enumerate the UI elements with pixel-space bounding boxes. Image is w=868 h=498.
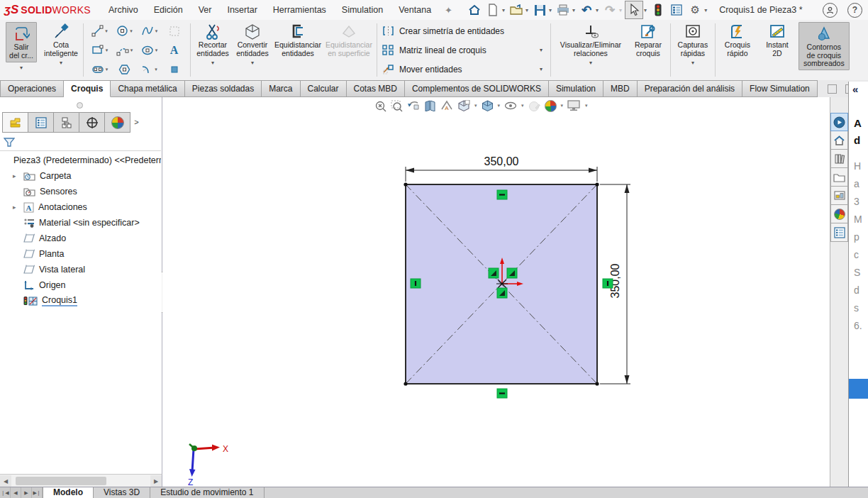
tab-operaciones[interactable]: Operaciones	[0, 80, 64, 97]
tab-estudio-movimiento[interactable]: Estudio de movimiento 1	[150, 487, 264, 498]
tab-cotas-mbd[interactable]: Cotas MBD	[347, 80, 405, 97]
ellipse-tool[interactable]: ▾	[141, 45, 158, 56]
tab-mbd[interactable]: MBD	[603, 80, 638, 97]
tab-chapa-metalica[interactable]: Chapa metálica	[111, 80, 184, 97]
tree-item-croquis1[interactable]: Croquis1	[0, 293, 161, 309]
taskpane-file-explorer-tab[interactable]	[830, 168, 848, 187]
display-delete-relations-button[interactable]: Visualizar/Eliminar relaciones ▾	[553, 20, 628, 80]
fillet-caret-icon[interactable]: ▾	[155, 67, 157, 72]
tree-item-sensores[interactable]: Sensores	[0, 184, 161, 199]
tab-complementos[interactable]: Complementos de SOLIDWORKS	[405, 80, 549, 97]
options-list-button[interactable]	[668, 1, 685, 18]
linear-pattern-caret-icon[interactable]: ▾	[540, 47, 545, 53]
propertymanager-tab[interactable]	[28, 112, 54, 133]
constraint-horizontal-bottom[interactable]	[497, 389, 507, 398]
tab-preparacion-analisis[interactable]: Preparación del análisis	[638, 80, 742, 97]
tab-croquis[interactable]: Croquis	[64, 80, 111, 97]
pin-menu-icon[interactable]: ✦	[445, 5, 452, 16]
tab-vistas-3d[interactable]: Vistas 3D	[94, 487, 150, 498]
exit-sketch-caret-icon[interactable]: ▾	[20, 65, 23, 71]
rectangle-tool[interactable]: ▾	[91, 45, 108, 55]
move-entities-button[interactable]: Mover entidades ▾	[382, 61, 545, 77]
menu-simulation[interactable]: Simulation	[334, 0, 391, 20]
menu-edicion[interactable]: Edición	[146, 0, 191, 20]
new-document-button[interactable]	[484, 1, 501, 18]
vertex[interactable]	[404, 382, 407, 385]
menu-ver[interactable]: Ver	[191, 0, 220, 20]
ellipse-caret-icon[interactable]: ▾	[155, 48, 158, 53]
open-caret-icon[interactable]: ▾	[525, 7, 528, 13]
vertex[interactable]	[595, 182, 599, 186]
convert-caret-icon[interactable]: ▾	[251, 60, 254, 66]
exit-sketch-button[interactable]: Salir del cr... ▾	[1, 20, 41, 80]
displaymanager-tab[interactable]	[105, 112, 130, 133]
line-caret-icon[interactable]: ▾	[105, 28, 108, 34]
last-tab-icon[interactable]: ▶❘	[32, 487, 43, 498]
featuremanager-tab[interactable]	[2, 112, 28, 133]
print-button[interactable]	[555, 1, 572, 18]
tree-item-anotaciones[interactable]: ▸ A Anotaciones	[0, 199, 161, 215]
circle-caret-icon[interactable]: ▾	[130, 28, 133, 34]
expand-icon[interactable]: ▸	[13, 204, 16, 211]
constraint-vertical-right[interactable]	[603, 279, 613, 288]
prev-tab-icon[interactable]: ◀	[11, 487, 21, 498]
filter-funnel-icon[interactable]	[4, 137, 15, 148]
home-button[interactable]	[466, 1, 483, 18]
tab-modelo[interactable]: Modelo	[43, 487, 94, 498]
select-caret-icon[interactable]: ▾	[644, 7, 647, 13]
circle-tool[interactable]: ▾	[116, 25, 133, 37]
vertex[interactable]	[595, 382, 599, 385]
rapid-sketch-button[interactable]: Croquis rápido	[718, 20, 757, 80]
move-entities-caret-icon[interactable]: ▾	[540, 66, 545, 72]
menu-insertar[interactable]: Insertar	[219, 0, 265, 20]
shaded-sketch-contours-button[interactable]: Contornos de croquis sombreados	[799, 22, 850, 70]
taskpane-blue-button[interactable]	[849, 379, 868, 399]
taskpane-resources-tab[interactable]	[830, 113, 848, 131]
arc-caret-icon[interactable]: ▾	[130, 48, 133, 53]
linear-pattern-button[interactable]: Matriz lineal de croquis ▾	[382, 42, 545, 58]
constraint-horizontal-top[interactable]	[497, 190, 507, 199]
print-caret-icon[interactable]: ▾	[572, 7, 575, 13]
relations-caret-icon[interactable]: ▾	[589, 60, 592, 66]
taskpane-home-tab[interactable]	[830, 131, 848, 150]
vertex[interactable]	[404, 182, 407, 186]
text-tool[interactable]: A	[170, 44, 179, 57]
pane-left-icon[interactable]	[828, 84, 837, 94]
constraint-midpoint-2[interactable]	[507, 268, 517, 278]
settings-caret-icon[interactable]: ▾	[704, 7, 707, 13]
taskpane-view-palette-tab[interactable]	[830, 187, 848, 205]
slot-caret-icon[interactable]: ▾	[106, 67, 108, 72]
mirror-entities-button[interactable]: Crear simetría de entidades	[382, 23, 545, 39]
quick-snaps-button[interactable]: Capturas rápidas ▾	[673, 20, 713, 80]
first-tab-icon[interactable]: ❘◀	[0, 487, 11, 498]
open-button[interactable]	[508, 1, 525, 18]
offset-entities-button[interactable]: Equidistanciar entidades	[272, 20, 323, 80]
redo-button[interactable]: ↷	[601, 1, 618, 18]
account-icon[interactable]	[823, 3, 838, 18]
collapse-chevrons-icon[interactable]: «	[849, 82, 868, 95]
quick-snaps-caret-icon[interactable]: ▾	[691, 60, 694, 66]
panel-grip-handle[interactable]	[77, 102, 83, 109]
line-tool[interactable]: ▾	[91, 25, 108, 37]
tab-marca[interactable]: Marca	[262, 80, 300, 97]
constraint-midpoint-3[interactable]	[497, 288, 507, 298]
tree-item-carpeta[interactable]: ▸ Carpeta	[0, 168, 161, 184]
tree-item-material[interactable]: Material <sin especificar>	[0, 215, 161, 231]
sketch-picture-tool[interactable]	[169, 26, 180, 37]
constraint-midpoint-1[interactable]	[489, 268, 499, 278]
menu-herramientas[interactable]: Herramientas	[265, 0, 334, 20]
point-tool[interactable]	[171, 66, 178, 73]
configurationmanager-tab[interactable]	[54, 112, 79, 133]
scroll-left-icon[interactable]: ◀	[0, 475, 11, 487]
menu-ventana[interactable]: Ventana	[391, 0, 439, 20]
tab-calcular[interactable]: Calcular	[301, 80, 347, 97]
arc-tool[interactable]: ▾	[116, 45, 133, 56]
tab-simulation[interactable]: Simulation	[549, 80, 603, 97]
smart-dimension-button[interactable]: Cota inteligente ▾	[41, 20, 81, 80]
next-tab-icon[interactable]: ▶	[21, 487, 32, 498]
scroll-right-icon[interactable]: ▶	[150, 475, 162, 487]
tree-item-vista-lateral[interactable]: Vista lateral	[0, 262, 161, 277]
help-icon[interactable]: ?	[847, 3, 862, 18]
menu-archivo[interactable]: Archivo	[101, 0, 146, 20]
rebuild-button[interactable]	[650, 1, 667, 18]
